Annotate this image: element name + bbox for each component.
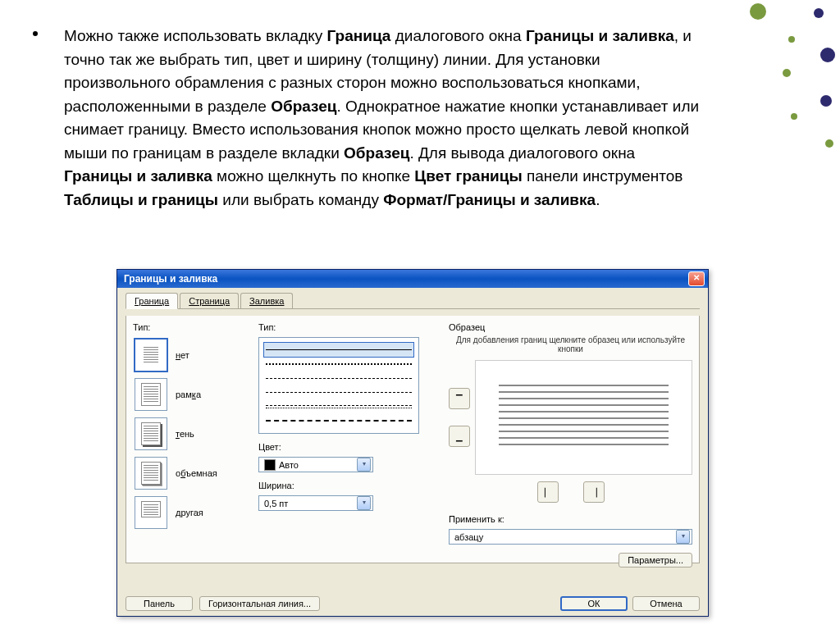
border-left-button[interactable]: ▏ [537, 481, 559, 503]
border-type-label: другая [176, 508, 203, 517]
border-type-нет[interactable]: нет [133, 337, 252, 373]
titlebar[interactable]: Границы и заливка ✕ [117, 270, 708, 288]
chevron-down-icon: ▾ [676, 530, 690, 544]
width-label: Ширина: [258, 481, 439, 490]
color-dropdown[interactable]: Авто ▾ [258, 457, 373, 472]
tab-strip: Граница Страница Заливка [126, 293, 700, 309]
color-swatch-icon [264, 459, 276, 471]
apply-to-label: Применить к: [449, 514, 692, 524]
border-type-label: тень [176, 429, 194, 439]
border-type-icon [135, 339, 167, 371]
color-label: Цвет: [258, 442, 439, 452]
tab-border[interactable]: Граница [126, 293, 178, 309]
cancel-button[interactable]: Отмена [632, 596, 700, 611]
border-type-icon [135, 378, 167, 411]
border-type-другая[interactable]: другая [133, 495, 252, 531]
linestyle-label: Тип: [258, 322, 439, 332]
preview-hint: Для добавления границ щелкните образец и… [449, 335, 692, 353]
border-top-button[interactable]: ▔ [449, 388, 470, 409]
setting-type-label: Тип: [133, 322, 252, 332]
border-type-рамка[interactable]: рамка [133, 376, 252, 412]
dialog-title: Границы и заливка [124, 273, 217, 285]
close-icon[interactable]: ✕ [688, 271, 705, 286]
horizontal-line-button[interactable]: Горизонтальная линия... [199, 596, 320, 611]
panel-button[interactable]: Панель [126, 596, 193, 611]
chevron-down-icon: ▾ [357, 496, 371, 510]
border-type-icon [135, 457, 167, 490]
preview-content [499, 385, 669, 450]
border-right-button[interactable]: ▕ [583, 481, 605, 503]
slide-text: Можно также использовать вкладку Граница… [33, 25, 705, 212]
chevron-down-icon: ▾ [357, 458, 371, 472]
border-type-label: объемная [176, 468, 217, 478]
ok-button[interactable]: ОК [560, 596, 628, 611]
width-dropdown[interactable]: 0,5 пт ▾ [258, 495, 373, 511]
border-type-label: нет [176, 350, 189, 360]
bullet-icon [33, 31, 38, 36]
tab-page[interactable]: Страница [180, 293, 239, 308]
line-style-list[interactable] [258, 337, 419, 434]
preview-canvas[interactable] [475, 360, 692, 475]
options-button[interactable]: Параметры... [619, 553, 692, 567]
apply-to-dropdown[interactable]: абзацу ▾ [449, 529, 692, 545]
decorative-dots [742, 0, 840, 164]
border-type-icon [135, 417, 167, 450]
border-type-тень[interactable]: тень [133, 416, 252, 452]
border-type-icon [135, 496, 167, 529]
preview-label: Образец [449, 322, 692, 332]
border-type-объемная[interactable]: объемная [133, 455, 252, 491]
borders-shading-dialog: Границы и заливка ✕ Граница Страница Зал… [116, 269, 709, 617]
border-type-label: рамка [176, 390, 201, 399]
border-bottom-button[interactable]: ▁ [449, 426, 470, 447]
tab-shading[interactable]: Заливка [240, 293, 293, 308]
dialog-footer: Панель Горизонтальная линия... ОК Отмена [126, 596, 700, 611]
